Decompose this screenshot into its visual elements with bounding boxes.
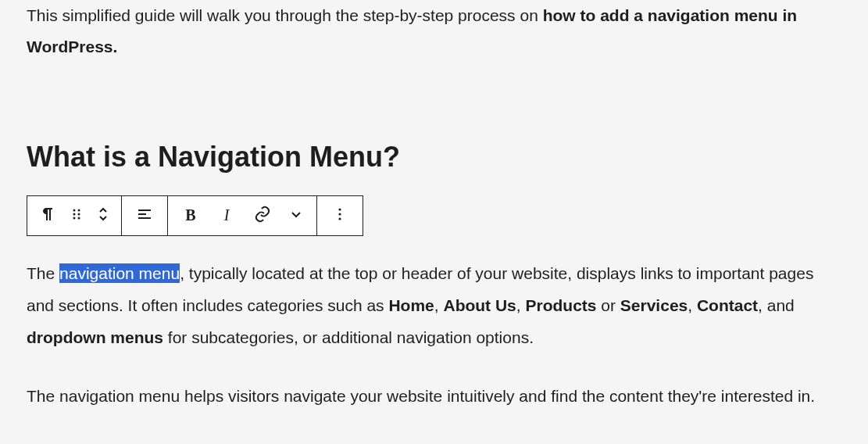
section-heading: What is a Navigation Menu?	[27, 141, 841, 174]
text: ,	[434, 296, 444, 314]
text: for subcategories, or additional navigat…	[163, 328, 534, 346]
link-button[interactable]	[245, 197, 280, 235]
drag-icon	[67, 205, 86, 226]
definition-paragraph[interactable]: The navigation menu, typically located a…	[27, 258, 841, 354]
text: ,	[688, 296, 697, 314]
selected-text: navigation menu	[59, 263, 180, 283]
text: ,	[516, 296, 526, 314]
category-home: Home	[388, 296, 434, 314]
category-about: About Us	[443, 296, 516, 314]
intro-text: This simplified guide will walk you thro…	[27, 6, 543, 24]
italic-icon: I	[224, 206, 230, 224]
more-options-button[interactable]	[322, 197, 358, 235]
intro-paragraph: This simplified guide will walk you thro…	[27, 0, 841, 63]
block-toolbar: B I	[27, 195, 363, 236]
chevron-down-icon	[287, 205, 305, 226]
chevron-up-down-icon	[94, 205, 113, 226]
more-vertical-icon	[330, 205, 349, 226]
align-button[interactable]	[127, 197, 163, 235]
svg-point-1	[78, 209, 80, 212]
text: or	[596, 296, 620, 314]
more-format-button[interactable]	[280, 197, 312, 235]
drag-handle-button[interactable]	[63, 197, 90, 235]
svg-point-3	[78, 213, 80, 216]
explanation-paragraph: The navigation menu helps visitors navig…	[27, 381, 841, 413]
toolbar-group-format: B I	[168, 196, 317, 235]
dropdown-menus-text: dropdown menus	[27, 328, 163, 346]
category-services: Services	[620, 296, 688, 314]
move-button[interactable]	[90, 197, 116, 235]
svg-point-4	[73, 217, 76, 220]
bold-button[interactable]: B	[173, 197, 209, 235]
toolbar-group-more	[317, 196, 363, 235]
svg-point-0	[73, 209, 76, 212]
category-products: Products	[525, 296, 596, 314]
italic-button[interactable]: I	[209, 197, 245, 235]
svg-point-5	[78, 217, 80, 220]
link-icon	[253, 205, 272, 226]
toolbar-group-align	[122, 196, 168, 235]
paragraph-block-button[interactable]	[32, 197, 63, 235]
svg-point-10	[338, 213, 341, 216]
category-contact: Contact	[697, 296, 758, 314]
svg-point-2	[73, 213, 76, 216]
bold-icon: B	[185, 206, 195, 224]
align-left-icon	[135, 205, 154, 226]
svg-point-9	[338, 209, 341, 211]
text: , and	[758, 296, 795, 314]
toolbar-group-block	[27, 196, 122, 235]
pilcrow-icon	[38, 205, 57, 226]
text: The	[27, 264, 59, 282]
svg-point-11	[338, 218, 341, 220]
